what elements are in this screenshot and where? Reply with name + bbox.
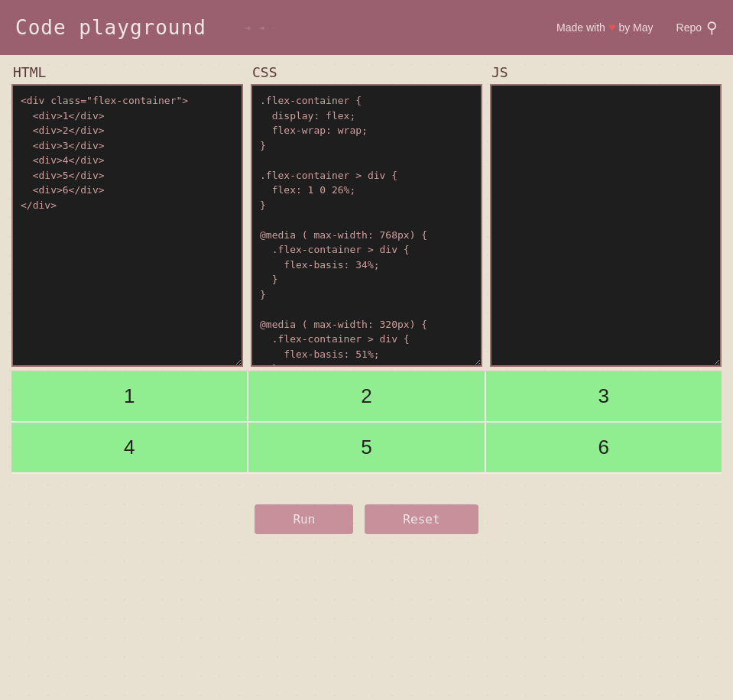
css-editor-panel: CSS .flex-container { display: flex; fle…	[251, 64, 482, 367]
js-label: JS	[490, 64, 722, 80]
html-editor-panel: HTML <div class="flex-container"> <div>1…	[11, 64, 243, 367]
output-cell-3: 3	[486, 371, 722, 421]
header-right: Made with ♥ by May Repo ⚲	[556, 18, 718, 37]
output-cell-2: 2	[248, 371, 485, 421]
repo-link[interactable]: Repo ⚲	[676, 18, 718, 37]
output-row-1: 1 2 3	[11, 371, 722, 423]
buttons-section: Run Reset	[11, 489, 722, 549]
app-header: Code playground Made with ♥ by May Repo …	[0, 0, 733, 55]
main-content: HTML <div class="flex-container"> <div>1…	[0, 55, 733, 559]
app-title: Code playground	[15, 16, 206, 39]
output-row-2: 4 5 6	[11, 423, 722, 474]
github-icon: ⚲	[706, 18, 718, 37]
output-cell-6: 6	[486, 423, 722, 472]
js-editor-panel: JS	[490, 64, 722, 367]
heart-icon: ♥	[608, 21, 616, 34]
reset-button[interactable]: Reset	[365, 504, 478, 534]
css-label: CSS	[251, 64, 482, 80]
html-textarea[interactable]: <div class="flex-container"> <div>1</div…	[11, 84, 243, 367]
output-cell-4: 4	[11, 423, 248, 472]
run-button[interactable]: Run	[255, 504, 353, 534]
editors-section: HTML <div class="flex-container"> <div>1…	[11, 64, 722, 367]
made-with-text: Made with ♥ by May	[556, 21, 653, 34]
output-cell-5: 5	[248, 423, 485, 472]
html-label: HTML	[11, 64, 243, 80]
made-with-prefix: Made with	[556, 21, 605, 34]
css-textarea[interactable]: .flex-container { display: flex; flex-wr…	[251, 84, 482, 367]
made-with-suffix: by May	[618, 21, 653, 34]
repo-label: Repo	[676, 21, 702, 34]
js-textarea[interactable]	[490, 84, 722, 367]
output-panel: 1 2 3 4 5 6	[11, 371, 722, 474]
output-cell-1: 1	[11, 371, 248, 421]
